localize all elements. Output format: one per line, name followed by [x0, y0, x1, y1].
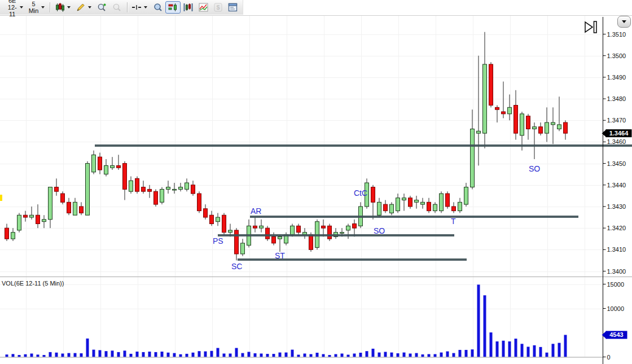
candle-down	[309, 235, 313, 250]
volume-bar	[428, 354, 431, 357]
chart-trader-button[interactable]	[165, 1, 181, 14]
volume-bar	[266, 354, 269, 357]
price-tick-label: 1.3500	[607, 52, 626, 59]
candle-up	[42, 220, 46, 222]
volume-bar	[471, 349, 474, 357]
candle-down	[235, 230, 239, 254]
candle-up	[86, 164, 90, 216]
chart-properties-button[interactable]	[225, 1, 240, 14]
candle-down	[191, 185, 195, 194]
volume-bar	[372, 349, 375, 357]
schematic-label[interactable]: T	[451, 217, 456, 226]
chart-toolbar: 6E 12-11 5 Min	[0, 0, 632, 16]
toolbar-grip[interactable]	[2, 2, 3, 12]
price-tick-label: 1.3400	[607, 268, 626, 275]
crosshair-button[interactable]	[129, 1, 150, 14]
volume-bar	[490, 332, 493, 357]
volume-bar	[86, 339, 89, 357]
candle-up	[558, 125, 561, 129]
candle-down	[266, 228, 270, 239]
volume-bar	[93, 350, 95, 357]
schematic-label[interactable]: PS	[213, 236, 223, 245]
axis-scroll-button[interactable]	[617, 16, 631, 28]
volume-bar	[217, 348, 220, 357]
price-tick-label: 1.3450	[607, 160, 626, 167]
chevron-down-icon	[67, 6, 71, 8]
volume-bar	[130, 354, 133, 357]
candle-up	[421, 202, 425, 204]
candle-up	[545, 122, 549, 133]
volume-bar	[521, 344, 524, 357]
volume-bar	[111, 350, 114, 357]
candle-down	[564, 122, 568, 133]
current-price-tag: 1.3464	[602, 129, 632, 137]
price-axis[interactable]: 1.35101.35001.34901.34801.34701.34601.34…	[603, 17, 626, 364]
volume-tick-label: 10000	[607, 305, 625, 312]
volume-bar	[117, 352, 120, 357]
candle-up	[241, 243, 245, 254]
chart-canvas[interactable]: PSSCSTARSOCtCTSOVOL(6E 12-11 (5 Min))1.3…	[0, 0, 632, 364]
candle-up	[477, 131, 481, 133]
chart-style-button[interactable]	[52, 1, 73, 14]
volume-bar	[148, 352, 151, 357]
candle-up	[30, 215, 34, 217]
candle-up	[402, 198, 406, 200]
candle-down	[24, 215, 28, 217]
schematic-label[interactable]: SC	[231, 262, 242, 271]
candle-up	[483, 64, 487, 133]
timeframe-selector[interactable]: 5 Min	[26, 1, 48, 14]
candle-down	[489, 64, 493, 106]
volume-bar	[328, 355, 331, 357]
timeframe-label: 5 Min	[29, 1, 39, 14]
volume-bar	[248, 352, 251, 357]
volume-bar	[496, 341, 499, 357]
account-dollar-button: $	[211, 1, 225, 14]
schematic-label[interactable]: CtC	[354, 188, 367, 198]
volume-bar	[484, 295, 486, 357]
candle-down	[514, 106, 518, 134]
zoom-in-button[interactable]	[94, 1, 109, 14]
schematic-label[interactable]: SO	[529, 164, 540, 173]
candle-down	[384, 204, 388, 210]
price-tick-label: 1.3430	[607, 203, 626, 210]
current-volume-tag: 4543	[602, 331, 627, 339]
volume-bar	[297, 355, 300, 357]
candle-down	[371, 187, 375, 203]
candle-up	[551, 122, 555, 125]
chart-panels-button[interactable]	[181, 1, 196, 14]
volume-bar	[192, 353, 195, 357]
replay-go-to-end-icon[interactable]	[585, 21, 596, 33]
volume-bar	[552, 344, 555, 357]
instrument-selector[interactable]: 6E 12-11	[5, 1, 26, 14]
volume-bar	[24, 354, 27, 357]
candle-down	[67, 202, 71, 213]
volume-bar	[229, 353, 232, 357]
candle-down	[272, 236, 276, 243]
volume-bar	[155, 352, 157, 357]
data-box-button[interactable]	[150, 1, 165, 14]
chevron-down-icon	[41, 6, 45, 8]
schematic-label[interactable]: AR	[251, 207, 261, 216]
candle-up	[340, 233, 344, 234]
indicators-button[interactable]	[196, 1, 211, 14]
candle-down	[353, 224, 357, 229]
volume-bar	[502, 341, 505, 357]
price-tick-label: 1.3490	[607, 74, 626, 81]
candle-down	[446, 194, 450, 207]
volume-bar	[43, 355, 46, 357]
candle-down	[539, 127, 543, 133]
volume-bar	[12, 354, 15, 357]
volume-bar	[124, 350, 126, 357]
chart-trader-icon	[168, 3, 178, 12]
volume-bar	[422, 354, 424, 357]
volume-bar	[167, 353, 170, 357]
candle-up	[415, 200, 419, 203]
volume-bar	[285, 353, 288, 357]
candle-down	[80, 207, 84, 213]
schematic-label[interactable]: SO	[374, 226, 385, 235]
drawing-tools-button[interactable]	[73, 1, 94, 14]
volume-bar	[415, 353, 418, 357]
schematic-label[interactable]: ST	[275, 251, 285, 260]
volume-bar	[390, 353, 393, 357]
candle-up	[390, 204, 394, 213]
